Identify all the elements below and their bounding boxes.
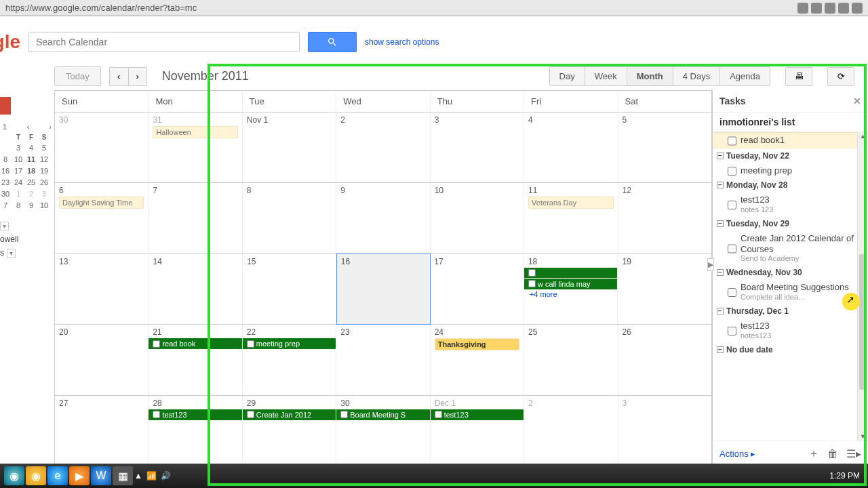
calendar-event[interactable]: Board Meeting S <box>336 409 430 420</box>
task-group-header[interactable]: −Tuesday, Nov 22 <box>713 148 868 163</box>
day-cell[interactable]: 23 <box>336 325 430 394</box>
print-button[interactable]: 🖶 <box>785 67 812 86</box>
mini-prev-icon[interactable]: ‹ <box>26 123 29 131</box>
task-checkbox[interactable] <box>247 340 254 348</box>
day-cell[interactable]: 29Create Jan 2012 <box>243 396 336 466</box>
day-cell[interactable]: 15 <box>243 254 337 324</box>
day-cell[interactable]: Dec 1test123 <box>431 396 524 466</box>
task-checkbox[interactable] <box>728 196 736 214</box>
show-search-options-link[interactable]: show search options <box>365 37 439 47</box>
tasks-body[interactable]: read book1❯−Tuesday, Nov 22meeting prep−… <box>713 131 868 441</box>
calendar-event[interactable] <box>524 268 618 278</box>
day-cell[interactable]: Nov 1 <box>243 113 336 182</box>
calendar-event[interactable]: Thanksgiving <box>435 338 519 350</box>
collapse-icon[interactable]: − <box>717 269 724 276</box>
taskbar-ie-icon[interactable]: e <box>47 466 68 485</box>
calendar-event[interactable]: test123 <box>431 409 524 420</box>
tasks-scrollbar[interactable]: ▲ ▼ <box>857 132 868 441</box>
task-checkbox[interactable] <box>528 269 536 277</box>
calendar-entry[interactable]: owell <box>0 232 54 246</box>
day-cell[interactable]: 8 <box>243 183 336 253</box>
day-cell[interactable]: 20 <box>55 325 149 394</box>
day-cell[interactable]: 27 <box>55 396 149 466</box>
task-checkbox[interactable] <box>153 340 160 348</box>
task-list-menu-icon[interactable]: ☰▸ <box>846 447 861 460</box>
more-events-link[interactable]: +4 more <box>528 290 614 298</box>
day-cell[interactable]: 16 <box>336 253 431 325</box>
day-cell[interactable]: 3 <box>618 396 711 466</box>
search-input[interactable] <box>28 32 300 52</box>
day-cell[interactable]: 31Halloween <box>149 113 242 182</box>
task-checkbox[interactable] <box>728 322 736 340</box>
taskbar-clock[interactable]: 1:29 PM <box>829 471 864 481</box>
task-group-header[interactable]: −Wednesday, Nov 30 <box>713 265 868 280</box>
collapse-icon[interactable]: − <box>717 346 724 353</box>
scroll-down-icon[interactable]: ▼ <box>858 433 868 440</box>
day-cell[interactable]: 2 <box>524 396 618 466</box>
day-cell[interactable]: 21read book <box>149 325 242 394</box>
day-cell[interactable]: 6Daylight Saving Time <box>55 183 149 253</box>
day-cell[interactable]: 4 <box>524 113 618 182</box>
scroll-up-icon[interactable]: ▲ <box>858 133 868 140</box>
task-checkbox[interactable] <box>340 411 348 418</box>
task-group-header[interactable]: −No due date <box>713 342 868 357</box>
task-checkbox[interactable] <box>247 411 254 418</box>
refresh-button[interactable]: ⟳ <box>827 67 854 86</box>
day-cell[interactable]: 5 <box>618 113 711 182</box>
delete-task-icon[interactable]: 🗑 <box>827 448 838 460</box>
calendar-event[interactable]: meeting prep <box>243 338 336 349</box>
day-cell[interactable]: 7 <box>149 183 242 253</box>
task-item[interactable]: Create Jan 2012 Calendar of CoursesSend … <box>713 231 868 265</box>
day-cell[interactable]: 19 <box>618 254 711 324</box>
day-cell[interactable]: 12 <box>618 183 711 253</box>
prev-month-button[interactable]: ‹ <box>109 67 128 86</box>
task-item[interactable]: meeting prep <box>713 163 868 178</box>
day-cell[interactable]: 11Veterans Day <box>524 183 618 253</box>
task-group-header[interactable]: −Tuesday, Nov 29 <box>713 216 868 231</box>
calendar-event[interactable]: Daylight Saving Time <box>59 197 144 209</box>
calendar-event[interactable]: Create Jan 2012 <box>243 409 336 420</box>
next-month-button[interactable]: › <box>128 67 147 86</box>
day-cell[interactable]: 18w call linda may+4 more <box>524 254 618 324</box>
day-cell[interactable]: 17 <box>430 254 524 324</box>
day-cell[interactable]: 10 <box>431 183 524 253</box>
view-tab-agenda[interactable]: Agenda <box>720 67 770 85</box>
day-cell[interactable]: 2 <box>336 113 430 182</box>
taskbar-app-icon[interactable]: ▦ <box>113 466 133 485</box>
mini-next-icon[interactable]: › <box>49 123 52 131</box>
collapse-icon[interactable]: − <box>717 308 724 314</box>
collapse-icon[interactable]: − <box>717 220 724 227</box>
task-item[interactable]: test123notes123 <box>713 319 868 342</box>
view-tab-week[interactable]: Week <box>585 67 627 85</box>
task-group-header[interactable]: −Monday, Nov 28 <box>713 178 868 192</box>
calendar-event[interactable]: Veterans Day <box>528 197 613 209</box>
task-checkbox[interactable] <box>728 167 736 176</box>
task-checkbox[interactable] <box>728 283 736 302</box>
task-checkbox[interactable] <box>153 411 160 418</box>
view-tab-4-days[interactable]: 4 Days <box>673 67 720 85</box>
day-cell[interactable]: 28test123 <box>149 396 242 466</box>
day-cell[interactable]: 24Thanksgiving <box>431 325 524 394</box>
collapse-icon[interactable]: − <box>717 152 724 159</box>
day-cell[interactable]: 13 <box>55 254 149 324</box>
day-cell[interactable]: 30Board Meeting S <box>336 396 430 466</box>
windows-taskbar[interactable]: ◉ ◉ e ▶ W ▦ ▲ 📶 🔊 1:29 PM <box>0 464 868 488</box>
system-tray[interactable]: ▲ 📶 🔊 <box>134 471 171 481</box>
taskbar-word-icon[interactable]: W <box>91 466 111 485</box>
taskbar-chrome-icon[interactable]: ◉ <box>26 466 46 485</box>
view-tab-month[interactable]: Month <box>627 67 673 85</box>
task-item[interactable]: read book1❯ <box>713 132 868 148</box>
close-icon[interactable]: ✕ <box>853 96 861 106</box>
day-cell[interactable]: 9 <box>336 183 430 253</box>
task-checkbox[interactable] <box>728 235 736 263</box>
task-checkbox[interactable] <box>435 411 442 418</box>
view-tab-day[interactable]: Day <box>550 67 585 85</box>
mini-calendar[interactable]: 1 ‹ › TFS3458101112161718192324252630123… <box>0 123 54 210</box>
day-cell[interactable]: 26 <box>618 325 711 394</box>
create-button[interactable] <box>0 97 11 115</box>
day-cell[interactable]: 22meeting prep <box>243 325 336 394</box>
day-cell[interactable]: 30 <box>55 113 149 182</box>
tasks-actions-menu[interactable]: Actions ▸ <box>719 449 755 459</box>
start-button[interactable]: ◉ <box>4 466 24 485</box>
task-checkbox[interactable] <box>528 280 536 287</box>
